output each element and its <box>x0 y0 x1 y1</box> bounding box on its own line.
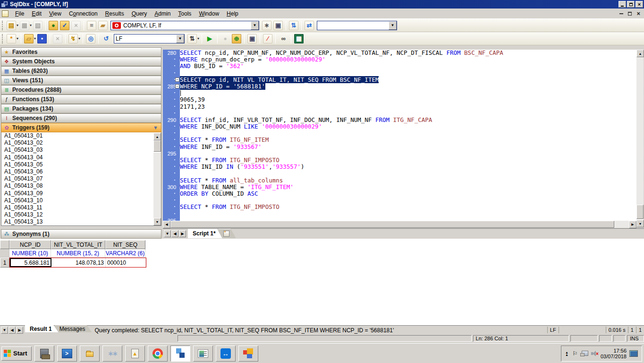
connection-document-icon[interactable]: ▤ <box>7 21 16 30</box>
minimize-button[interactable] <box>619 1 626 8</box>
schema-combobox[interactable]: LF ▼ <box>114 34 185 43</box>
tab-script-1[interactable]: Script 1* <box>188 229 222 238</box>
fold-marker-icon[interactable]: − <box>175 78 179 82</box>
copy-stack-icon[interactable]: ▣ <box>273 21 283 30</box>
code-line[interactable] <box>180 110 636 117</box>
scrollbar-thumb[interactable] <box>170 221 614 228</box>
sidebar-section-procedures[interactable]: ≣Procedures (2888) <box>1 85 161 95</box>
trigger-list-item[interactable]: A1_050413_09 <box>1 190 161 197</box>
tab-list-dropdown[interactable]: ▼ <box>1 327 8 334</box>
code-line[interactable]: SELECT * FROM all_tab_columns <box>180 177 636 184</box>
code-line[interactable] <box>180 90 636 96</box>
file-explorer-icon[interactable] <box>80 346 100 362</box>
scroll-left-arrow[interactable]: ◀ <box>163 221 170 228</box>
data-cell-ncp_id[interactable]: 5.688.181 <box>10 258 51 267</box>
scroll-right-arrow[interactable]: ▶ <box>629 221 636 228</box>
sqldbx-app-icon[interactable] <box>170 346 190 362</box>
new-script-icon[interactable]: * <box>7 34 16 43</box>
disconnect-icon[interactable]: ↯ <box>68 34 78 43</box>
server-manager-icon[interactable] <box>34 346 54 362</box>
column-header-nit_seq[interactable]: NIT_SEQ <box>105 240 145 249</box>
open-file-icon-dropdown[interactable]: ▾ <box>34 36 36 41</box>
code-line[interactable] <box>180 70 636 77</box>
network-icon[interactable] <box>582 351 588 356</box>
code-line[interactable]: AND BUS_ID = '362' <box>180 63 636 69</box>
sql-editor[interactable]: 280−285−290295300305 SELECT ncp_id, NCP_… <box>163 50 636 221</box>
sidebar-section-triggers[interactable]: ✿Triggers (159)▼ <box>1 123 161 132</box>
code-line[interactable]: SELECT * FROM ITG_NF_ITEM <box>180 137 636 143</box>
results-grid[interactable]: NCP_IDNIT_VL_TOTAL_ITNIT_SEQNUMBER (10)N… <box>0 240 146 268</box>
trigger-list-item[interactable]: A1_050413_07 <box>1 175 161 182</box>
editor-vertical-scrollbar[interactable]: ▲ ▼ <box>636 50 644 227</box>
code-line[interactable] <box>180 211 636 217</box>
find-icon[interactable]: ∞ <box>279 34 288 43</box>
code-line[interactable] <box>180 217 636 221</box>
trigger-list-item[interactable]: A1_050413_03 <box>1 147 161 154</box>
trigger-list-item[interactable]: A1_050413_01 <box>1 132 161 139</box>
menu-admin[interactable]: Admin <box>151 9 174 18</box>
toolbar-grip[interactable] <box>2 21 4 30</box>
sidebar-scrollbar[interactable]: ▲ ▼ <box>153 133 161 225</box>
trigger-list-item[interactable]: A1_050413_08 <box>1 182 161 190</box>
scrollbar-track[interactable] <box>170 221 629 228</box>
connection-combobox-arrow[interactable]: ▼ <box>251 21 259 30</box>
tab-messages[interactable]: Messages <box>55 325 92 332</box>
code-line[interactable] <box>180 197 636 204</box>
restore-button[interactable] <box>627 1 635 8</box>
menu-view[interactable]: View <box>45 9 65 18</box>
tab-scroll-right[interactable]: ▶ <box>179 230 186 237</box>
sidebar-section-tables[interactable]: ▦Tables (6203) <box>1 66 161 76</box>
menu-window[interactable]: Window <box>195 9 223 18</box>
tab-list-dropdown[interactable]: ▼ <box>164 230 171 237</box>
code-line[interactable]: WHERE ncp_num_doc_erp = '000000030000029… <box>180 56 636 63</box>
mdi-restore-button[interactable] <box>628 12 632 16</box>
sort-lines-icon[interactable]: ⇅ <box>187 34 197 43</box>
menu-query[interactable]: Query <box>128 9 151 18</box>
start-button[interactable]: Start <box>1 346 32 361</box>
sidebar-section-views[interactable]: ◫Views (151) <box>1 76 161 85</box>
scrollbar-track[interactable] <box>153 153 161 218</box>
trigger-list-item[interactable]: A1_050413_05 <box>1 161 161 168</box>
print-icon[interactable]: ≡ <box>87 21 96 30</box>
code-line[interactable]: SELECT ncp_id, NCP_NUM_NF, NCP_NUM_DOC_E… <box>180 50 636 56</box>
funnel-filter-icon[interactable]: ▼ <box>153 125 158 130</box>
scrollbar-thumb[interactable] <box>636 205 644 219</box>
secondary-combobox[interactable]: ▼ <box>317 21 397 30</box>
fold-marker-icon[interactable]: − <box>175 84 179 88</box>
chevron-up-icon[interactable]: ▲▲ <box>565 351 568 356</box>
mdi-minimize-button[interactable] <box>619 13 623 14</box>
menu-tools[interactable]: Tools <box>174 9 195 18</box>
sidebar-section-sequences[interactable]: ΙSequences (290) <box>1 113 161 123</box>
export-excel-icon[interactable]: ▦ <box>294 34 304 43</box>
menu-file[interactable]: File <box>11 9 28 18</box>
data-cell-nit_vl_total_it[interactable]: 148.078,13 <box>51 258 106 267</box>
code-line[interactable]: WHERE TABLE_NAME = 'ITG_NF_ITEM' <box>180 184 636 190</box>
powershell-icon[interactable]: > <box>57 346 77 362</box>
trigger-list-item[interactable]: A1_050413_13 <box>1 218 161 225</box>
remote-desktop-icon[interactable] <box>629 350 638 357</box>
trigger-list-item[interactable]: A1_050413_11 <box>1 204 161 211</box>
data-cell-nit_seq[interactable]: 000010 <box>106 258 146 267</box>
trigger-list-item[interactable]: A1_050413_04 <box>1 154 161 161</box>
trigger-list-item[interactable]: A1_050413_02 <box>1 139 161 147</box>
code-line[interactable] <box>180 130 636 137</box>
event-warning-icon[interactable]: ▲ <box>125 346 145 362</box>
print-preview-icon[interactable]: ◎ <box>86 34 95 43</box>
picture-viewer-icon[interactable] <box>193 346 213 362</box>
trigger-list-item[interactable]: A1_050413_06 <box>1 168 161 175</box>
sync-exchange-icon[interactable]: ⇄ <box>305 21 314 30</box>
sidebar-section-functions[interactable]: ƒFunctions (153) <box>1 95 161 104</box>
tab-scroll-left[interactable]: ◀ <box>8 327 16 334</box>
flag-icon[interactable]: ⚐ <box>571 350 579 357</box>
trigger-list-item[interactable]: A1_050413_12 <box>1 211 161 218</box>
row-number-cell[interactable]: 1 <box>0 258 9 268</box>
copy-results-icon[interactable]: ▣ <box>247 34 257 43</box>
code-line[interactable]: 9065,39 <box>180 96 636 103</box>
menu-connection[interactable]: Connection <box>65 9 102 18</box>
teamviewer-icon[interactable]: ↔ <box>216 346 236 362</box>
new-script-icon-dropdown[interactable]: ▾ <box>17 36 18 41</box>
scroll-down-arrow[interactable]: ▼ <box>636 220 644 227</box>
code-line[interactable] <box>180 150 636 157</box>
sort-lines-icon-dropdown[interactable]: ▾ <box>197 36 199 41</box>
reconnect-icon[interactable]: ↺ <box>102 34 111 43</box>
